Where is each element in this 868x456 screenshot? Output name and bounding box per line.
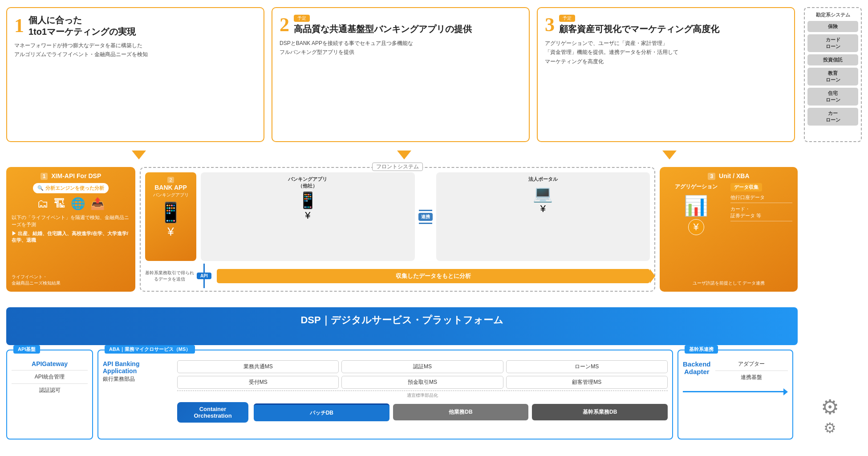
- top-box-3: 3 予定 顧客資産可視化でマーケティング高度化 アグリゲーションで、ユーザに「資…: [537, 7, 795, 142]
- xim-icon-1: 🗂: [37, 197, 49, 211]
- api-label: API: [197, 264, 211, 288]
- box-number-1: 1: [14, 16, 24, 36]
- unit-xba-title: 3 Unit / XBA: [665, 172, 792, 179]
- keijou-item-5: 住宅ローン: [807, 88, 858, 106]
- banking-app-other: バンキングアプリ（他社） 📱 ¥: [201, 172, 415, 261]
- bank-app-number: 2: [167, 177, 174, 183]
- ms-6: 顧客管理MS: [506, 376, 668, 389]
- keijou-title: 勘定系システム: [807, 12, 858, 18]
- keijou-items: 保険 カードローン 投資信託 教育ローン 住宅ローン カーローン: [807, 21, 858, 126]
- backend-badge: 基幹系連携: [685, 345, 718, 354]
- aba-card: ABA｜業務マイクロサービス（MS） API Banking Applicati…: [97, 350, 673, 440]
- hojin-portal-yen: ¥: [540, 203, 546, 215]
- box-desc-1: マネーフォワードが持つ膨大なデータを基に構築したアルゴリズムでライフイベント・金…: [14, 41, 256, 59]
- backend-item-2: 連携基盤: [715, 374, 788, 381]
- keijou-system: 勘定系システム 保険 カードローン 投資信託 教育ローン 住宅ローン カーローン: [804, 7, 862, 142]
- top-box-2: 2 予定 高品質な共通基盤型バンキングアプリの提供 DSPとBANK APPを接…: [272, 7, 530, 142]
- box-badge-3: 予定: [559, 15, 575, 22]
- db-other: 他業務DB: [393, 404, 529, 420]
- xim-desc: 以下の「ライフイベント」を隔週で検知、金融商品ニーズを予測: [12, 214, 130, 228]
- bank-app-icon: 📱: [158, 201, 183, 224]
- arrow-down-2: [272, 151, 537, 159]
- keijou-item-6: カーローン: [807, 108, 858, 126]
- arrows-row: [6, 145, 862, 166]
- db-batch: バッチDB: [254, 403, 389, 421]
- backend-items: アダプター 連携基盤: [715, 360, 788, 381]
- backend-arrow: [683, 388, 788, 395]
- db-kikan: 基幹系業務DB: [532, 404, 668, 420]
- aggregation-yen-icon: ¥: [688, 219, 704, 235]
- front-system-box: フロントシステム 2 BANK APP バンキングアプリ 📱 ¥ バンキングアプ…: [140, 167, 655, 292]
- xim-api-title: 1 XIM-API For DSP: [12, 172, 130, 179]
- xim-icons: 🗂 🏗 🌐 📤: [12, 197, 130, 211]
- aba-badge: ABA｜業務マイクロサービス（MS）: [105, 345, 195, 354]
- ms-grid: 業務共通MS 認証MS ローンMS 受付MS 預金取引MS 顧客管理MS: [177, 360, 668, 389]
- ms-1: 業務共通MS: [177, 360, 339, 373]
- banking-other-title: バンキングアプリ（他社）: [288, 176, 327, 189]
- standard-note: 適宜標準部品化: [177, 391, 668, 399]
- xim-icon-2: 🏗: [54, 197, 65, 211]
- api-gateway-main: APIGateway: [12, 360, 88, 370]
- bank-app: 2 BANK APP バンキングアプリ 📱 ¥: [145, 172, 196, 261]
- api-gateway-card: API基盤 APIGateway API統合管理 認証認可: [6, 350, 93, 440]
- api-integration: API統合管理: [12, 373, 88, 384]
- xim-api-box: 1 XIM-API For DSP 🔍分析エンジンを使った分析 🗂 🏗 🌐 📤 …: [6, 167, 135, 292]
- unit-inner: アグリゲーション 📊 ¥ データ収集 他行口座データ カード・証券データ 等: [665, 183, 792, 277]
- ms-5: 預金取引MS: [341, 376, 503, 389]
- hojin-portal: 法人ポータル 💻 ¥: [436, 172, 650, 261]
- arrow-down-1: [6, 151, 272, 159]
- renkei-arrow: 連携: [418, 172, 433, 261]
- banking-other-yen: ¥: [305, 210, 310, 221]
- aba-inner: API Banking Application 銀行業務部品 業務共通MS 認証…: [103, 360, 668, 399]
- box-badge-2: 予定: [294, 15, 310, 22]
- backend-title: Backend Adapter: [683, 360, 711, 375]
- aba-ms-section: 業務共通MS 認証MS ローンMS 受付MS 預金取引MS 顧客管理MS 適宜標…: [177, 360, 668, 399]
- front-system-label: フロントシステム: [372, 163, 423, 171]
- db-row: バッチDB 他業務DB 基幹系業務DB: [254, 402, 668, 423]
- bank-app-title: BANK APP: [154, 184, 187, 191]
- gear-icon-large: ⚙: [821, 397, 839, 417]
- data-flow-label-row: 基幹系業務取引で得られるデータを送信 API 収集したデータをもとに分析: [145, 264, 650, 288]
- main-page: 1 個人に合った1to1マーケティングの実現 マネーフォワードが持つ膨大なデータ…: [0, 0, 868, 456]
- ms-4: 受付MS: [177, 376, 339, 389]
- aba-main-title: API Banking Application: [103, 360, 172, 375]
- box-desc-2: DSPとBANK APPを接続する事でセキュア且つ多機能なフルバンキング型アプリ…: [280, 39, 522, 57]
- box-number-3: 3: [545, 15, 555, 35]
- backend-inner: Backend Adapter アダプター 連携基盤: [683, 360, 788, 381]
- box-number-2: 2: [280, 15, 289, 35]
- front-system-inner: 2 BANK APP バンキングアプリ 📱 ¥ バンキングアプリ（他社） 📱 ¥: [145, 172, 650, 261]
- xim-bottom-label: ライフイベント・金融商品ニーズ検知結果: [12, 274, 130, 286]
- hojin-portal-icon: 💻: [533, 184, 553, 203]
- keijou-item-4: 教育ローン: [807, 68, 858, 86]
- box-title-1: 個人に合った1to1マーケティングの実現: [28, 14, 136, 37]
- api-auth: 認証認可: [12, 387, 88, 394]
- backend-item-1: アダプター: [715, 360, 788, 371]
- data-collect-badge: データ収集: [730, 183, 762, 191]
- backend-adapter-card: 基幹系連携 Backend Adapter アダプター 連携基盤: [677, 350, 793, 440]
- gear-icon-small: ⚙: [823, 421, 836, 435]
- box-title-3: 顧客資産可視化でマーケティング高度化: [559, 23, 719, 35]
- xim-icon-3: 🌐: [71, 197, 85, 211]
- bank-app-sub: バンキングアプリ: [153, 192, 189, 198]
- ms-2: 認証MS: [341, 360, 503, 373]
- aba-subtitle: 銀行業務部品: [103, 375, 172, 383]
- aggregation-icon: 📊: [684, 194, 708, 217]
- top-box-1: 1 個人に合った1to1マーケティングの実現 マネーフォワードが持つ膨大なデータ…: [6, 7, 264, 142]
- unit-item-2: カード・証券データ 等: [730, 206, 792, 221]
- renkei-badge: 連携: [418, 213, 433, 221]
- arrow-down-3: [537, 151, 802, 159]
- xim-badge: 🔍分析エンジンを使った分析: [33, 183, 109, 193]
- gear-area: ⚙ ⚙: [798, 350, 862, 440]
- keijou-item-2: カードローン: [807, 34, 858, 52]
- xim-icon-4: 📤: [90, 197, 105, 211]
- xim-link: ▶ 出産、結婚、住宅購入、高校進学/在学、大学進学/在学、退職: [12, 230, 130, 244]
- aggregation-label: アグリゲーション: [675, 183, 718, 191]
- keijou-item-1: 保険: [807, 21, 858, 32]
- bottom-section: API基盤 APIGateway API統合管理 認証認可 ABA｜業務マイクロ…: [6, 350, 862, 440]
- api-badge-bottom: API基盤: [13, 345, 40, 354]
- unit-auth-note: ユーザ許諾を前提として データ連携: [665, 280, 792, 286]
- top-boxes-row: 1 個人に合った1to1マーケティングの実現 マネーフォワードが持つ膨大なデータ…: [6, 7, 862, 142]
- unit-number: 3: [708, 173, 715, 180]
- unit-xba-box: 3 Unit / XBA アグリゲーション 📊 ¥ データ収集 他行口座データ …: [660, 167, 798, 292]
- box-title-2: 高品質な共通基盤型バンキングアプリの提供: [294, 23, 472, 35]
